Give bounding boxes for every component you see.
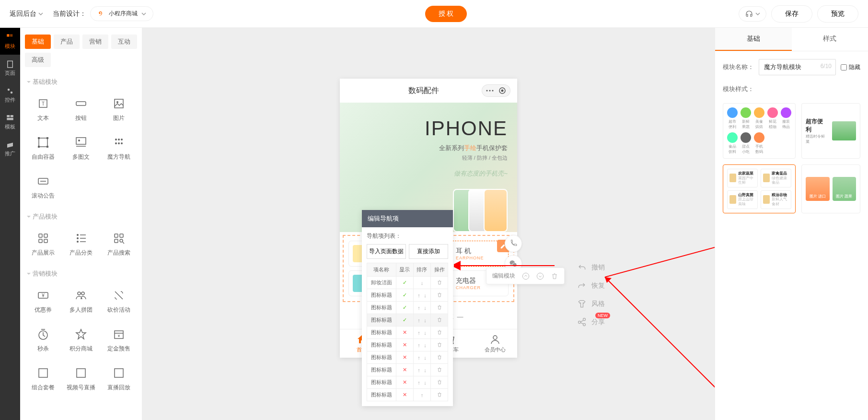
block-魔方导航[interactable]: 魔方导航	[101, 130, 137, 167]
block-图片[interactable]: 图片	[101, 91, 137, 128]
vnav-模板[interactable]: 模板	[0, 108, 20, 135]
authorize-button[interactable]: 授 权	[425, 6, 467, 22]
tab-基础[interactable]: 基础	[25, 35, 51, 49]
tab-营销[interactable]: 营销	[82, 35, 108, 49]
move-down-icon[interactable]: ↓	[423, 355, 428, 361]
delete-icon[interactable]	[437, 330, 442, 336]
tab-产品[interactable]: 产品	[54, 35, 80, 49]
delete-icon[interactable]	[437, 380, 442, 386]
move-up-icon[interactable]: ↑	[417, 305, 421, 311]
block-按钮[interactable]: 按钮	[63, 91, 99, 128]
tab-basic[interactable]: 基础	[715, 28, 792, 51]
block-icon	[36, 232, 50, 245]
toggle-show[interactable]: ✕	[396, 339, 413, 351]
vnav-推广[interactable]: 推广	[0, 135, 20, 162]
delete-icon[interactable]	[437, 280, 442, 286]
vnav-icon	[6, 60, 14, 69]
move-up-icon[interactable]: ↑	[417, 355, 421, 361]
block-优惠券[interactable]: ¥优惠券	[25, 283, 61, 320]
block-定金预售[interactable]: ¥定金预售	[101, 322, 137, 359]
tab-会员中心[interactable]: 会员中心	[473, 329, 518, 358]
add-direct-button[interactable]: 直接添加	[409, 244, 448, 259]
design-value: 小程序商城	[109, 10, 138, 18]
toggle-show[interactable]: ✕	[396, 376, 413, 389]
delete-icon[interactable]	[437, 343, 442, 349]
block-砍价活动[interactable]: 砍价活动	[101, 283, 137, 320]
section-header[interactable]: 营销模块	[25, 263, 137, 283]
block-icon	[74, 232, 88, 245]
delete-icon[interactable]	[437, 318, 442, 324]
move-down-icon[interactable]: ↓	[423, 342, 428, 348]
block-icon	[74, 97, 88, 110]
delete-icon[interactable]	[437, 368, 442, 373]
move-down-icon[interactable]: ↓	[423, 292, 428, 298]
move-down-icon[interactable]: ↓	[423, 305, 428, 311]
block-产品搜索[interactable]: 产品搜索	[101, 226, 137, 263]
save-button[interactable]: 保存	[771, 5, 812, 23]
move-down-icon[interactable]: ↓	[423, 380, 428, 385]
move-up-icon[interactable]: ↑	[417, 330, 421, 336]
block-滚动公告[interactable]: 滚动公告	[25, 169, 61, 206]
design-selector[interactable]: 小程序商城	[90, 6, 153, 21]
delete-icon[interactable]	[437, 393, 442, 398]
move-up-icon[interactable]: ↑	[419, 392, 424, 398]
block-直播回放[interactable]: 直播回放	[101, 361, 137, 397]
move-down-icon[interactable]: ↓	[419, 280, 424, 286]
toggle-show[interactable]: ✕	[396, 327, 413, 339]
back-button[interactable]: 返回后台	[10, 10, 43, 18]
delete-icon[interactable]	[437, 293, 442, 299]
toggle-show[interactable]: ✓	[396, 314, 413, 327]
vnav-模块[interactable]: 模块	[0, 28, 20, 55]
block-积分商城[interactable]: 积分商城	[63, 322, 99, 359]
hide-checkbox[interactable]: 隐藏	[841, 63, 860, 71]
toggle-show[interactable]: ✕	[396, 351, 413, 364]
block-文本[interactable]: T文本	[25, 91, 61, 128]
tab-互动[interactable]: 互动	[111, 35, 137, 49]
toggle-show[interactable]: ✕	[396, 364, 413, 376]
move-up-icon[interactable]: ↑	[417, 380, 421, 385]
block-秒杀[interactable]: 秒杀	[25, 322, 61, 359]
move-up-icon[interactable]: ↑	[417, 367, 421, 373]
vnav-页面[interactable]: 页面	[0, 55, 20, 82]
style-option-1[interactable]: 超市便利新鲜果蔬美食烘焙鲜花植物服装饰品食品饮料甜点小吃手机数码	[723, 103, 796, 159]
block-icon	[112, 289, 126, 302]
toggle-show[interactable]: ✓	[396, 289, 413, 302]
svg-text:¥: ¥	[117, 334, 120, 338]
section-header[interactable]: 基础模块	[25, 71, 137, 91]
wechat-capsule[interactable]	[482, 84, 510, 97]
move-up-icon[interactable]: ↑	[417, 317, 421, 323]
move-up-icon[interactable]: ↑	[417, 292, 421, 298]
block-icon	[74, 289, 88, 302]
tab-高级[interactable]: 高级	[25, 53, 51, 67]
section-header[interactable]: 产品模块	[25, 206, 137, 226]
vnav-icon	[6, 114, 14, 122]
headset-button[interactable]	[739, 6, 766, 22]
move-up-icon[interactable]: ↑	[417, 342, 421, 348]
style-option-4[interactable]: 图片 进口 图片 蔬果	[801, 164, 860, 213]
toggle-show[interactable]: ✓	[396, 277, 413, 289]
style-option-2[interactable]: 超市便利精选时令鲜菜	[801, 103, 860, 159]
toggle-show[interactable]: ✕	[396, 389, 413, 401]
block-组合套餐[interactable]: 组合套餐	[25, 361, 61, 397]
tab-style[interactable]: 样式	[792, 28, 868, 51]
toggle-show[interactable]: ✓	[396, 302, 413, 314]
vnav-控件[interactable]: 控件	[0, 82, 20, 108]
block-产品展示[interactable]: 产品展示	[25, 226, 61, 263]
module-name-input[interactable]: 魔方导航模块 6/10	[759, 59, 836, 75]
preview-button[interactable]: 预览	[817, 5, 858, 23]
phone-float-icon[interactable]	[505, 235, 522, 252]
move-down-icon[interactable]: ↓	[423, 330, 428, 336]
block-自由容器[interactable]: 自由容器	[25, 130, 61, 167]
block-视频号直播[interactable]: 视频号直播	[63, 361, 99, 397]
import-data-button[interactable]: 导入页面数据	[367, 244, 406, 259]
style-option-3[interactable]: 农家蔬菜菜园产中生鲜家禽蛋品绿色健康食品山野真菌原上山珍美味粮油谷物新鲜人气食材	[723, 164, 796, 213]
block-多图文[interactable]: 多图文	[63, 130, 99, 167]
phone-cases	[462, 189, 508, 232]
block-多人拼团[interactable]: 多人拼团	[63, 283, 99, 320]
block-产品分类[interactable]: 产品分类	[63, 226, 99, 263]
delete-icon[interactable]	[437, 355, 442, 361]
move-down-icon[interactable]: ↓	[423, 317, 428, 323]
delete-icon[interactable]	[437, 305, 442, 311]
move-down-icon[interactable]: ↓	[423, 367, 428, 373]
svg-rect-29	[39, 234, 42, 237]
